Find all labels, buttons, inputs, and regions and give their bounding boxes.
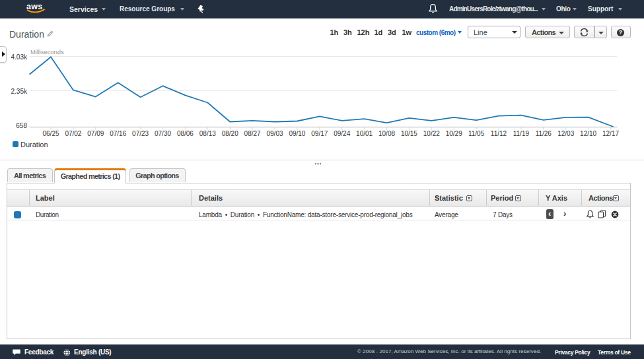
svg-text:aws: aws bbox=[26, 2, 43, 11]
